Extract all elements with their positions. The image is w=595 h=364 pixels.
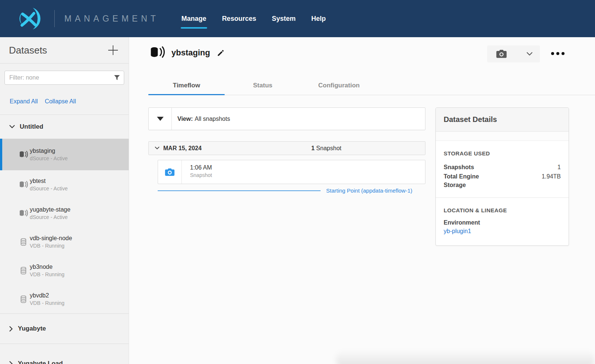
view-caret-cell[interactable] [149,108,172,130]
camera-icon-blue [165,168,175,176]
active-tab-underline [148,94,225,95]
timeflow-line [158,190,321,191]
filter-funnel-icon[interactable] [114,75,120,81]
view-text: View: All snapshots [172,108,230,130]
dataset-details-panel: Dataset Details STORAGE USED Snapshots 1… [435,107,569,246]
topbar-divider [54,10,55,27]
tree-item-status: VDB - Running [30,271,129,277]
timeflow-starting-point-label: Starting Point (appdata-timeflow-1) [326,187,412,194]
tree-item-status: dSource - Active [30,214,129,220]
group-untitled[interactable]: Untitled [0,115,129,139]
chevron-down-icon [9,125,15,129]
caret-down-icon [157,117,164,121]
storage-used-section: STORAGE USED Snapshots 1 Total Engine St… [436,141,569,197]
tree-item-name: ybvdb2 [30,292,129,299]
storage-rows: Snapshots 1 Total Engine Storage 1.94TB [444,163,561,189]
main-content: ybstaging Timeflow Status Configuration [129,37,595,364]
top-nav: Manage Resources System Help [181,13,327,25]
bottom-scroll-shadow [336,350,595,364]
tree-item-vdb-single-node[interactable]: vdb-single-node VDB - Running [0,228,129,256]
view-selector-dropdown[interactable]: View: All snapshots [148,107,425,130]
dataset-tabs: Timeflow Status Configuration [148,78,595,95]
tree-item-status: dSource - Active [30,155,129,161]
tab-configuration[interactable]: Configuration [301,78,377,89]
details-title: Dataset Details [444,115,497,124]
group-label: Yugabyte [18,325,46,332]
storage-used-heading: STORAGE USED [444,150,561,157]
page-title: ybstaging [171,48,210,58]
dot [551,52,554,55]
tree-item-name: ybstaging [30,148,129,154]
filter-input[interactable] [4,71,124,85]
snapshot-type: Snapshot [190,172,212,178]
expand-all-link[interactable]: Expand All [10,98,38,105]
datasets-sidebar: Datasets Expand All Collapse All Untitle… [0,37,129,364]
snapshot-time: 1:06 AM [190,164,212,171]
tree-item-ybtest[interactable]: ybtest dSource - Active [0,170,129,199]
sidebar-header: Datasets [0,37,129,64]
tree-item-status: VDB - Running [30,300,129,306]
add-dataset-button[interactable] [107,44,119,56]
nav-item-help[interactable]: Help [311,13,327,25]
details-header-strip [436,132,569,141]
chevron-right-icon [9,326,13,332]
snapshot-text: 1:06 AM Snapshot [182,160,212,184]
tree-item-ybstaging[interactable]: ybstaging dSource - Active [0,139,129,170]
snapshot-count-label: Snapshot [316,145,341,151]
filter-wrap [4,71,124,85]
environment-label: Environment [444,219,561,226]
dataset-title-row: ybstaging [150,46,225,59]
snapshot-count-number: 1 [311,145,315,151]
kv-label-total-engine-storage: Total Engine Storage [444,172,499,189]
dsource-icon-large [150,46,165,59]
chevron-down-icon [155,146,160,150]
kv-value-total-engine-storage: 1.94TB [541,172,561,189]
tab-status[interactable]: Status [225,78,301,89]
camera-icon [496,49,507,58]
tree-item-yb3node[interactable]: yb3node VDB - Running [0,256,129,285]
date-label: MAR 15, 2024 [163,145,202,152]
kv-value-snapshots: 1 [541,163,561,171]
view-value: All snapshots [195,116,230,122]
kv-label-snapshots: Snapshots [444,163,499,171]
group-yugabyte-load[interactable]: Yugabyte Load [0,344,129,364]
dsource-icon [19,151,28,158]
snapshot-now-button[interactable] [487,45,540,62]
tree-item-ybvdb2[interactable]: ybvdb2 VDB - Running [0,285,129,313]
vdb-database-icon [19,267,28,274]
dsource-icon [19,209,28,217]
dot [556,52,559,55]
tree-item-name: vdb-single-node [30,235,129,242]
delphix-logo-icon[interactable] [10,6,46,31]
vdb-database-icon [19,238,28,246]
group-label: Yugabyte Load [18,360,63,364]
location-lineage-section: LOCATION & LINEAGE Environment yb-plugin… [436,197,569,243]
collapse-all-link[interactable]: Collapse All [45,98,76,105]
tree-controls: Expand All Collapse All [10,98,129,105]
chevron-down-icon[interactable] [527,52,533,56]
tree-item-name: ybtest [30,178,129,184]
tree-item-yugabyte-stage[interactable]: yugabyte-stage dSource - Active [0,199,129,228]
location-lineage-heading: LOCATION & LINEAGE [444,207,561,213]
tree-item-name: yb3node [30,264,129,270]
snapshot-date-group[interactable]: MAR 15, 2024 1 Snapshot [148,141,425,155]
sidebar-title: Datasets [9,45,47,56]
nav-item-system[interactable]: System [271,13,296,25]
group-yugabyte[interactable]: Yugabyte [0,314,129,344]
edit-pencil-icon[interactable] [217,49,225,57]
top-navigation-bar: MANAGEMENT Manage Resources System Help [0,0,595,37]
more-actions-button[interactable] [550,51,566,57]
chevron-right-icon [9,361,13,364]
dot [562,52,565,55]
tree-item-status: dSource - Active [30,186,129,191]
vdb-database-icon [19,295,28,303]
nav-item-manage[interactable]: Manage [181,13,207,25]
environment-link[interactable]: yb-plugin1 [444,228,561,235]
snapshot-count: 1 Snapshot [311,145,341,152]
nav-item-resources[interactable]: Resources [221,13,257,25]
tab-timeflow[interactable]: Timeflow [148,78,225,89]
plus-icon [107,45,119,56]
brand-title: MANAGEMENT [64,14,159,24]
snapshot-row[interactable]: 1:06 AM Snapshot [158,160,425,184]
snapshot-icon-cell [158,160,182,184]
